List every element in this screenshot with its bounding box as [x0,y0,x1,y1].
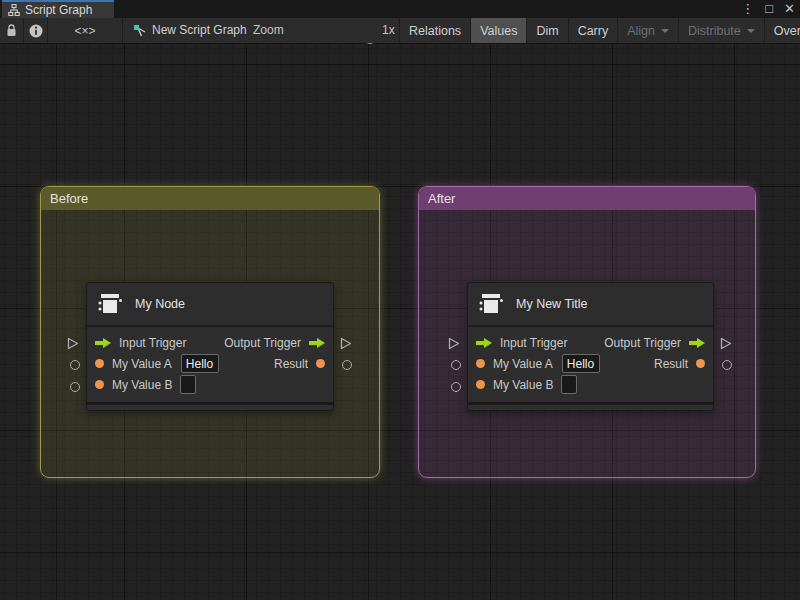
node-title: My Node [135,297,185,311]
value-b-port-icon[interactable] [476,380,485,389]
overview-button[interactable]: Overview [764,18,800,43]
script-graph-tab-icon [8,4,20,16]
result-port-icon[interactable] [316,359,325,368]
ext-value-b-port[interactable] [70,382,80,392]
output-trigger-port-icon[interactable] [689,338,705,348]
close-button[interactable]: ✕ [784,0,795,18]
group-before-title: Before [50,191,88,206]
relations-button[interactable]: Relations [399,18,470,43]
value-a-port-icon[interactable] [476,359,485,368]
ext-input-trigger-port[interactable] [448,337,460,350]
node-footer [87,402,333,410]
value-b-input[interactable] [561,375,577,394]
zoom-label: Zoom [253,18,284,43]
info-icon [29,24,43,38]
tab-title: Script Graph [25,3,92,17]
ext-result-port[interactable] [342,360,352,370]
graph-name-label: New Script Graph [152,18,247,43]
input-trigger-port-icon[interactable] [95,338,111,348]
group-after-header[interactable]: After [419,187,755,210]
ext-value-a-port[interactable] [70,360,80,370]
value-b-port-icon[interactable] [95,380,104,389]
ext-output-trigger-port[interactable] [340,337,352,350]
tab-bar: Script Graph ⋮ □ ✕ [0,0,800,18]
code-icon: <×> [74,24,95,38]
window-menu-button[interactable]: ⋮ [741,0,754,18]
script-graph-window: Script Graph ⋮ □ ✕ <×> [0,0,800,600]
input-trigger-port-icon[interactable] [476,338,492,348]
group-before-header[interactable]: Before [41,187,379,210]
maximize-button[interactable]: □ [765,0,773,18]
node-my-new-title-header[interactable]: My New Title [468,283,713,327]
lock-icon [6,24,17,37]
carry-button[interactable]: Carry [568,18,618,43]
unit-node-icon [478,292,504,316]
group-after-title: After [428,191,455,206]
ext-value-a-port[interactable] [451,360,461,370]
lock-button[interactable] [0,18,23,43]
dim-button[interactable]: Dim [526,18,567,43]
tab-script-graph[interactable]: Script Graph [2,0,114,18]
values-button[interactable]: Values [470,18,526,43]
code-view-button[interactable]: <×> [48,18,122,43]
node-my-node[interactable]: My Node Input Trigger Output Trigger [86,282,334,411]
chevron-down-icon [661,29,669,33]
node-my-new-title[interactable]: My New Title Input Trigger Output Trigge… [467,282,714,411]
unit-node-icon [97,292,123,316]
node-my-node-header[interactable]: My Node [87,283,333,327]
value-b-input[interactable] [180,375,196,394]
ext-value-b-port[interactable] [451,382,461,392]
zoom-value: 1x [382,18,395,43]
value-a-input[interactable] [181,354,219,373]
output-trigger-port-icon[interactable] [309,338,325,348]
graph-toolbar: <×> New Script Graph Zoom 1x Relations V… [0,18,800,44]
node-title: My New Title [516,297,588,311]
chevron-down-icon [747,29,755,33]
view-options-cluster: Relations Values Dim Carry Align Distrib… [399,18,800,43]
ext-result-port[interactable] [722,360,732,370]
result-port-icon[interactable] [696,359,705,368]
value-a-input[interactable] [562,354,600,373]
graph-canvas[interactable]: Before After My Node [0,44,800,600]
node-footer [468,402,713,410]
graph-asset-icon [133,24,147,38]
align-dropdown[interactable]: Align [617,18,678,43]
ext-output-trigger-port[interactable] [720,337,732,350]
ext-input-trigger-port[interactable] [67,337,79,350]
value-a-port-icon[interactable] [95,359,104,368]
distribute-dropdown[interactable]: Distribute [678,18,764,43]
info-button[interactable] [24,18,47,43]
